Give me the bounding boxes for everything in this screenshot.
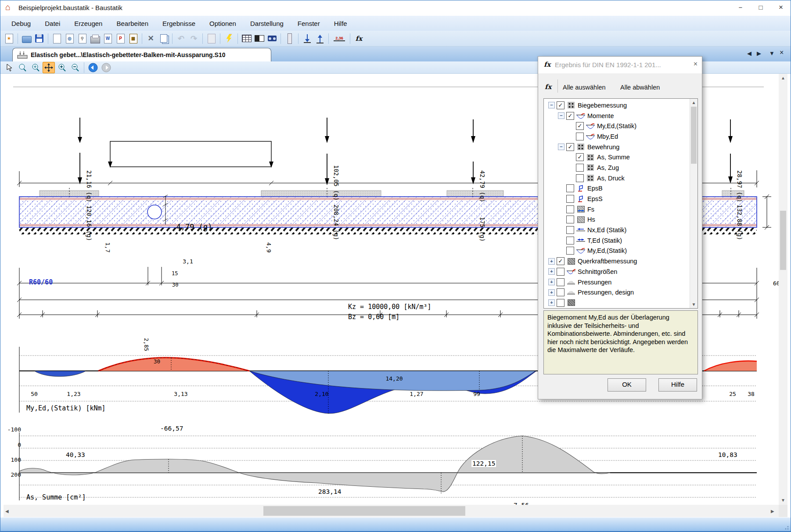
menu-hilfe[interactable]: Hilfe bbox=[327, 18, 354, 29]
menu-fenster[interactable]: Fenster bbox=[291, 18, 327, 29]
view-forward-icon[interactable] bbox=[100, 62, 112, 73]
tree-item-pressungen[interactable]: + Pressungen bbox=[544, 277, 698, 288]
expand-icon[interactable]: + bbox=[548, 258, 555, 265]
checkbox[interactable] bbox=[557, 299, 564, 307]
calculate-icon[interactable] bbox=[223, 33, 234, 44]
support-load-icon[interactable] bbox=[302, 33, 313, 44]
tree-item-my-ed-statik-2[interactable]: My,Ed,(Statik) bbox=[544, 246, 698, 256]
close-button[interactable]: × bbox=[771, 0, 791, 15]
checkbox[interactable]: ✓ bbox=[566, 143, 574, 151]
checkbox[interactable] bbox=[566, 216, 574, 223]
ruler-icon[interactable] bbox=[284, 33, 295, 44]
results-tree[interactable]: − ✓ Biegebemessung − ✓ Momente ✓ My,Ed,(… bbox=[543, 98, 698, 309]
zoom-out-icon[interactable] bbox=[69, 62, 81, 73]
tree-item-pressungen-design[interactable]: + Pressungen, design bbox=[544, 287, 698, 298]
checkbox[interactable] bbox=[566, 226, 574, 234]
checkbox[interactable]: ✓ bbox=[576, 122, 584, 130]
function-results-icon[interactable]: fx bbox=[353, 33, 364, 44]
vertical-scrollbar[interactable]: ▲ ▼ bbox=[779, 74, 787, 505]
tree-scroll-down-icon[interactable]: ▼ bbox=[690, 302, 698, 307]
tree-item-as-zug[interactable]: As, Zug bbox=[544, 162, 698, 173]
expand-icon[interactable]: + bbox=[548, 299, 555, 306]
zoom-previous-icon[interactable] bbox=[29, 62, 42, 73]
scroll-up-icon[interactable]: ▲ bbox=[779, 75, 787, 80]
menu-bearbeiten[interactable]: Bearbeiten bbox=[109, 18, 155, 29]
checkbox[interactable] bbox=[576, 164, 584, 172]
fx-filter-icon[interactable]: fx bbox=[545, 83, 551, 91]
pdf-export-icon[interactable]: P bbox=[115, 33, 126, 44]
section-view-icon[interactable] bbox=[254, 33, 265, 44]
tree-item-momente[interactable]: − ✓ Momente bbox=[544, 111, 698, 121]
expand-icon[interactable]: + bbox=[548, 279, 555, 285]
pan-icon[interactable] bbox=[43, 62, 55, 73]
tab-prev-icon[interactable]: ◀ bbox=[747, 50, 751, 57]
copy-icon[interactable] bbox=[158, 33, 169, 44]
tree-scrollbar[interactable]: ▲ ▼ bbox=[690, 99, 698, 308]
tree-item-schnittgroessen[interactable]: + Schnittgrößen bbox=[544, 266, 698, 277]
print-preview-icon[interactable]: ◎ bbox=[64, 33, 75, 44]
checkbox[interactable] bbox=[566, 205, 574, 213]
properties-icon[interactable] bbox=[206, 33, 217, 44]
send-to-icon[interactable]: ▦ bbox=[128, 33, 139, 44]
checkbox[interactable] bbox=[566, 237, 574, 244]
dialog-close-icon[interactable]: × bbox=[694, 60, 698, 68]
scroll-down-icon[interactable]: ▼ bbox=[779, 498, 787, 503]
table-view-icon[interactable] bbox=[241, 33, 252, 44]
view-back-icon[interactable] bbox=[87, 62, 99, 73]
expand-icon[interactable]: − bbox=[548, 102, 555, 108]
checkbox[interactable]: ✓ bbox=[557, 257, 564, 265]
tab-next-icon[interactable]: ▶ bbox=[757, 50, 761, 57]
menu-debug[interactable]: Debug bbox=[4, 18, 38, 29]
help-button[interactable]: Hilfe bbox=[658, 378, 697, 392]
zoom-window-icon[interactable] bbox=[16, 62, 29, 73]
ok-button[interactable]: OK bbox=[608, 378, 646, 392]
tree-item-fs[interactable]: Fs bbox=[544, 204, 698, 215]
checkbox[interactable] bbox=[576, 133, 584, 140]
delete-icon[interactable]: ✕ bbox=[145, 33, 156, 44]
tree-scroll-thumb[interactable] bbox=[691, 107, 697, 164]
tree-scroll-up-icon[interactable]: ▲ bbox=[690, 100, 698, 105]
checkbox[interactable] bbox=[557, 288, 564, 296]
tree-item-as-summe[interactable]: ✓ As, Summe bbox=[544, 152, 698, 162]
checkbox[interactable]: ✓ bbox=[576, 153, 584, 161]
checkbox[interactable] bbox=[566, 184, 574, 192]
support-reaction-icon[interactable] bbox=[314, 33, 325, 44]
dialog-title-bar[interactable]: fx Ergebnis für DIN EN 1992-1-1 201... × bbox=[538, 57, 702, 73]
tree-item-hs[interactable]: Hs bbox=[544, 215, 698, 225]
tab-list-icon[interactable]: ▼ bbox=[769, 50, 775, 57]
maximize-button[interactable]: □ bbox=[751, 0, 771, 15]
menu-erzeugen[interactable]: Erzeugen bbox=[67, 18, 109, 29]
expand-icon[interactable]: + bbox=[548, 289, 555, 296]
menu-darstellung[interactable]: Darstellung bbox=[243, 18, 291, 29]
tree-item-my-ed-statik[interactable]: ✓ My,Ed,(Statik) bbox=[544, 121, 698, 131]
deselect-all-button[interactable]: Alle abwählen bbox=[620, 84, 660, 91]
scroll-right-icon[interactable]: ▶ bbox=[771, 509, 774, 514]
tree-item-t-ed[interactable]: T,Ed (Statik) bbox=[544, 235, 698, 246]
checkbox[interactable] bbox=[576, 174, 584, 182]
tab-close-icon[interactable]: × bbox=[780, 49, 784, 57]
vscroll-thumb[interactable] bbox=[780, 211, 786, 270]
new-project-icon[interactable]: ✶ bbox=[4, 33, 14, 44]
page-zoom-icon[interactable]: ⚲ bbox=[77, 33, 88, 44]
export-document-icon[interactable] bbox=[51, 33, 62, 44]
tree-item-epsb[interactable]: EpsB bbox=[544, 183, 698, 194]
redo-icon[interactable]: ↷ bbox=[188, 33, 199, 44]
menu-ergebnisse[interactable]: Ergebnisse bbox=[155, 18, 202, 29]
hscroll-thumb[interactable] bbox=[263, 506, 465, 516]
measure-icon[interactable]: 2,36 bbox=[332, 33, 347, 44]
tree-item-querkraftbemessung[interactable]: + ✓ Querkraftbemessung bbox=[544, 256, 698, 266]
menu-optionen[interactable]: Optionen bbox=[202, 18, 243, 29]
tree-item-bewehrung[interactable]: − ✓ Bewehrung bbox=[544, 142, 698, 152]
tree-item-biegebemessung[interactable]: − ✓ Biegebemessung bbox=[544, 100, 698, 111]
animation-icon[interactable] bbox=[266, 33, 277, 44]
horizontal-scrollbar[interactable]: ◀ ▶ bbox=[4, 505, 779, 517]
resize-grip-icon[interactable] bbox=[783, 524, 789, 530]
select-cursor-icon[interactable] bbox=[3, 62, 15, 73]
tab-elastisch-gebetteter-balken[interactable]: Elastisch gebet...\Elastisch-gebetteter-… bbox=[12, 48, 271, 61]
menu-datei[interactable]: Datei bbox=[38, 18, 67, 29]
checkbox[interactable] bbox=[566, 195, 574, 203]
undo-icon[interactable]: ↶ bbox=[176, 33, 187, 44]
tree-item-epss[interactable]: EpsS bbox=[544, 194, 698, 204]
minimize-button[interactable]: − bbox=[730, 0, 751, 15]
checkbox[interactable] bbox=[557, 268, 564, 276]
